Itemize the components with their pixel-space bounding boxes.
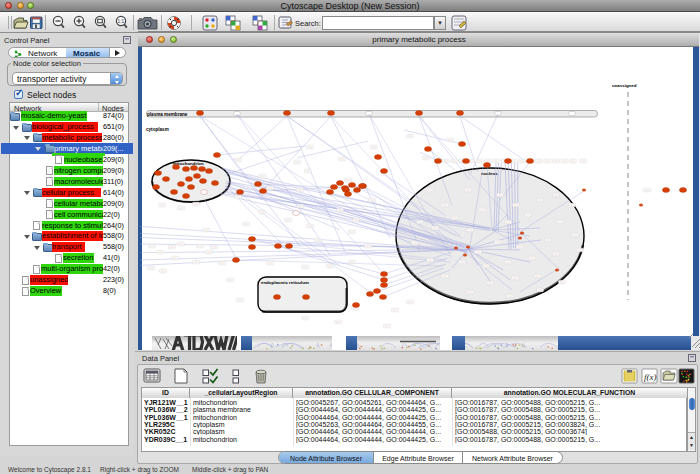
svg-text:endoplasmic reticulum: endoplasmic reticulum	[261, 280, 309, 285]
svg-text:f(x): f(x)	[644, 372, 657, 382]
svg-text:plasma membrane: plasma membrane	[147, 112, 188, 117]
svg-text:unassigned: unassigned	[612, 83, 637, 88]
svg-text:cytoplasm: cytoplasm	[146, 127, 169, 132]
